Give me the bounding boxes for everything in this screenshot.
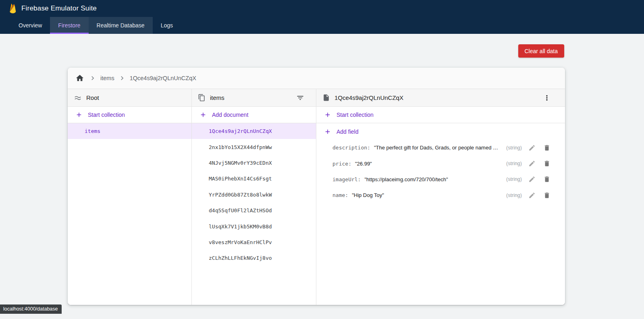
- document-column-header: 1Qce4s9aj2rQLnUnCZqX: [316, 89, 565, 107]
- delete-field-button[interactable]: [542, 174, 552, 184]
- document-list-item[interactable]: d4q5SqfU0Fl2lAZtHSOd: [192, 203, 316, 218]
- delete-field-button[interactable]: [542, 191, 552, 200]
- document-id: lUsqXk7V1jkb5KM0vB8d: [209, 224, 272, 230]
- document-list-item[interactable]: v8veszMrVoKaEnrHClPv: [192, 234, 316, 250]
- document-id: 2nx1bYo15X2X44dfpnWw: [209, 144, 272, 150]
- delete-field-button[interactable]: [542, 143, 552, 153]
- filter-documents-button[interactable]: [295, 93, 305, 103]
- document-list-item[interactable]: YrPZdd0Gb87Zt8o8lwkW: [192, 187, 316, 203]
- collection-list-item[interactable]: items: [68, 123, 191, 139]
- edit-field-button[interactable]: [527, 174, 537, 184]
- document-id: 1Qce4s9aj2rQLnUnCZqX: [209, 128, 272, 134]
- collection-icon: [198, 94, 206, 102]
- document-start-collection-label: Start collection: [337, 112, 374, 118]
- collection-id: items: [85, 128, 100, 134]
- field-actions: [527, 191, 552, 200]
- toolbar: Clear all data: [0, 34, 644, 58]
- document-id: v8veszMrVoKaEnrHClPv: [209, 239, 272, 245]
- document-column-title: 1Qce4s9aj2rQLnUnCZqX: [334, 94, 403, 101]
- pencil-icon: [528, 192, 536, 199]
- breadcrumb: items 1Qce4s9aj2rQLnUnCZqX: [68, 68, 565, 89]
- field-row: name: "Hip Dog Toy" (string): [316, 187, 565, 203]
- home-icon: [75, 74, 84, 83]
- document-icon: [322, 94, 330, 102]
- pencil-icon: [528, 144, 536, 151]
- edit-field-button[interactable]: [527, 143, 537, 153]
- field-actions: [527, 159, 552, 168]
- filter-icon: [296, 94, 304, 102]
- breadcrumb-document-link[interactable]: 1Qce4s9aj2rQLnUnCZqX: [130, 75, 196, 81]
- nav-tab[interactable]: Overview: [10, 17, 50, 34]
- clear-all-data-button[interactable]: Clear all data: [518, 44, 565, 58]
- field-key: imageUrl:: [332, 176, 361, 182]
- app-title: Firebase Emulator Suite: [21, 4, 97, 12]
- root-column: Root Start collection items: [68, 89, 192, 305]
- document-list-item[interactable]: MAS0iPhebXnI4Cs6Fsgt: [192, 171, 316, 186]
- document-list-item[interactable]: 2nx1bYo15X2X44dfpnWw: [192, 139, 316, 155]
- pencil-icon: [528, 176, 536, 183]
- start-collection-button[interactable]: Start collection: [68, 107, 191, 123]
- field-row: imageUrl: "https://placeimg.com/720/700/…: [316, 172, 565, 187]
- documents-list: 1Qce4s9aj2rQLnUnCZqX 2nx1bYo15X2X44dfpnW…: [192, 123, 316, 266]
- field-type: (string): [501, 145, 522, 151]
- document-id: MAS0iPhebXnI4Cs6Fsgt: [209, 176, 272, 182]
- trash-icon: [543, 144, 551, 151]
- tab-bar: Overview Firestore Realtime Database Log…: [0, 17, 644, 34]
- trash-icon: [543, 192, 551, 199]
- kebab-menu-icon: [543, 94, 551, 102]
- document-start-collection-button[interactable]: Start collection: [316, 107, 565, 123]
- firestore-columns: Root Start collection items items: [68, 89, 565, 305]
- field-row: price: "26.99" (string): [316, 155, 565, 171]
- chevron-right-icon: [89, 74, 97, 82]
- firestore-data-panel: items 1Qce4s9aj2rQLnUnCZqX Root Start co…: [68, 68, 565, 305]
- collections-list: items: [68, 123, 191, 139]
- field-row: description: "The perfect gift for Dads,…: [316, 140, 565, 155]
- browser-status-url: localhost:4000/database: [0, 304, 62, 314]
- document-list-item[interactable]: 1Qce4s9aj2rQLnUnCZqX: [192, 123, 316, 139]
- collection-column-title: items: [210, 94, 224, 101]
- nav-tab[interactable]: Firestore: [50, 17, 88, 34]
- fields-list: description: "The perfect gift for Dads,…: [316, 140, 565, 203]
- pencil-icon: [528, 160, 536, 167]
- trash-icon: [543, 176, 551, 183]
- document-id: YrPZdd0Gb87Zt8o8lwkW: [209, 192, 272, 198]
- document-menu-button[interactable]: [542, 93, 552, 103]
- edit-field-button[interactable]: [527, 191, 537, 200]
- collection-column: items Add document 1Qce4s9aj2rQLnUnCZqX …: [192, 89, 316, 305]
- delete-field-button[interactable]: [542, 159, 552, 168]
- nav-tab[interactable]: Logs: [153, 17, 181, 34]
- document-id: d4q5SqfU0Fl2lAZtHSOd: [209, 207, 272, 213]
- nav-tab-label: Firestore: [58, 22, 80, 29]
- trash-icon: [543, 160, 551, 167]
- field-actions: [527, 143, 552, 153]
- plus-icon: [324, 128, 331, 135]
- field-key: price:: [332, 161, 351, 167]
- field-key: name:: [332, 192, 348, 198]
- field-value: "The perfect gift for Dads, Grads, or pe…: [374, 145, 501, 151]
- field-actions: [527, 174, 552, 184]
- field-type: (string): [501, 176, 522, 182]
- breadcrumb-collection-link[interactable]: items: [100, 75, 114, 81]
- add-document-button[interactable]: Add document: [192, 107, 316, 123]
- app-header: Firebase Emulator Suite Overview Firesto…: [0, 0, 644, 34]
- field-value: "Hip Dog Toy": [352, 192, 384, 198]
- document-column: 1Qce4s9aj2rQLnUnCZqX Start collection Ad…: [316, 89, 565, 305]
- add-field-button[interactable]: Add field: [316, 123, 565, 140]
- firebase-flame-icon: [8, 3, 17, 14]
- document-list-item[interactable]: zCLhZhLLFhEkNGvIj8vo: [192, 250, 316, 266]
- document-id: zCLhZhLLFhEkNGvIj8vo: [209, 255, 272, 261]
- root-icon: [74, 94, 82, 102]
- nav-tab[interactable]: Realtime Database: [89, 17, 153, 34]
- document-list-item[interactable]: 4NJvj5NGMv0rY39cEDnX: [192, 155, 316, 171]
- field-value: "https://placeimg.com/720/700/tech": [364, 176, 448, 182]
- edit-field-button[interactable]: [527, 159, 537, 168]
- breadcrumb-home-button[interactable]: [75, 73, 85, 83]
- plus-icon: [75, 111, 83, 118]
- document-id: 4NJvj5NGMv0rY39cEDnX: [209, 160, 272, 166]
- nav-tab-label: Logs: [161, 22, 173, 29]
- field-value: "26.99": [355, 161, 372, 167]
- start-collection-label: Start collection: [88, 112, 125, 118]
- nav-tab-label: Realtime Database: [97, 22, 145, 29]
- document-list-item[interactable]: lUsqXk7V1jkb5KM0vB8d: [192, 218, 316, 234]
- add-field-label: Add field: [337, 128, 358, 135]
